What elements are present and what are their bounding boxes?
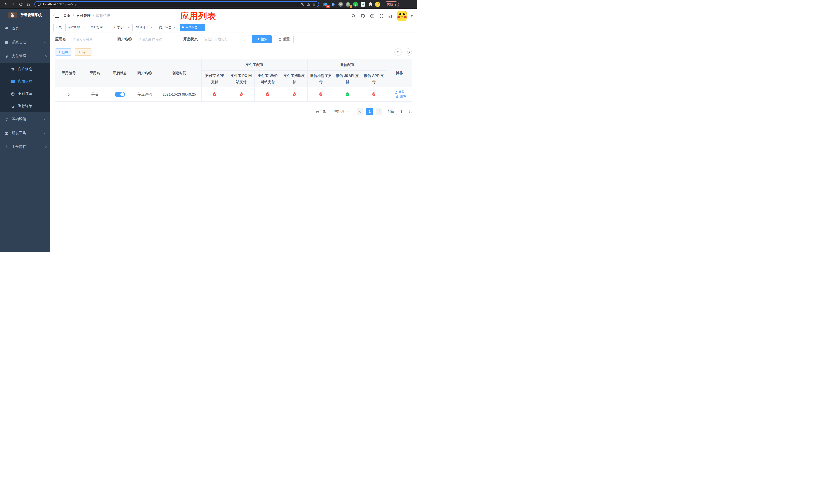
bookmark-star-icon[interactable] xyxy=(312,2,316,6)
browser-menu-icon[interactable] xyxy=(395,3,396,6)
sidebar-item-infrastructure[interactable]: 基础设施 xyxy=(0,112,50,126)
enabled-switch[interactable] xyxy=(115,92,125,97)
sidebar-item-system[interactable]: 系统管理 xyxy=(0,36,50,49)
close-icon[interactable]: × xyxy=(173,26,176,29)
tag-process-form[interactable]: 流程表单× xyxy=(65,24,87,31)
download-icon xyxy=(78,50,81,53)
extension-proxy-icon[interactable]: 1 xyxy=(346,2,351,7)
close-icon[interactable]: × xyxy=(104,26,107,29)
sidebar-item-merchant-info[interactable]: 商户信息 xyxy=(0,63,50,75)
breadcrumb-home[interactable]: 首页 xyxy=(63,14,70,18)
search-button-label: 搜索 xyxy=(261,37,267,42)
sidebar-item-label: 工作流程 xyxy=(12,144,44,149)
browser-reload-button[interactable] xyxy=(18,1,24,8)
sidebar-item-payment[interactable]: ¥ 支付管理 xyxy=(0,49,50,63)
sidebar-item-home[interactable]: 首页 xyxy=(0,22,50,36)
logo-image xyxy=(8,12,17,19)
add-button[interactable]: + 新增 xyxy=(55,48,71,55)
github-icon[interactable] xyxy=(360,13,366,19)
page-size-select[interactable]: 10条/页 xyxy=(329,108,354,115)
toggle-search-button[interactable] xyxy=(394,48,402,55)
url-text[interactable]: localhost:1024/pay/app xyxy=(43,3,299,6)
app-table: 应用编号 应用名 开启状态 商户名称 创建时间 支付宝配置 微信配置 操作 支付… xyxy=(55,59,412,101)
document-icon xyxy=(11,104,15,108)
edit-pen-icon xyxy=(394,91,397,94)
tag-user-group[interactable]: 用户分组× xyxy=(88,24,110,31)
browser-update-button[interactable]: 更新 xyxy=(384,1,399,7)
sidebar-item-app-info[interactable]: 应用信息 xyxy=(0,75,50,88)
tag-app-info-active[interactable]: 应用信息× xyxy=(179,24,205,31)
export-button[interactable]: 导出 xyxy=(74,48,92,55)
delete-link[interactable]: 删除 xyxy=(396,94,406,99)
help-icon[interactable] xyxy=(369,13,375,19)
merchant-name-input[interactable] xyxy=(135,35,179,43)
cell-app-name: 芋道 xyxy=(82,87,107,101)
extension-plane-icon[interactable] xyxy=(360,2,366,7)
tag-label: 支付订单 xyxy=(113,25,126,29)
tag-pay-order[interactable]: 支付订单× xyxy=(111,24,133,31)
app-name-input[interactable] xyxy=(69,35,113,43)
browser-back-button[interactable] xyxy=(2,1,9,8)
profile-avatar-icon[interactable] xyxy=(375,2,380,7)
share-icon[interactable] xyxy=(306,2,310,6)
user-avatar[interactable] xyxy=(397,11,407,21)
extension-diamond-icon[interactable]: 10 xyxy=(323,2,328,7)
group-header-wechat: 微信配置 xyxy=(308,59,387,71)
next-page-button[interactable] xyxy=(376,108,382,115)
close-icon[interactable]: × xyxy=(127,26,130,29)
toolbox-icon xyxy=(5,131,9,135)
sidebar-item-dev-tools[interactable]: 研发工具 xyxy=(0,126,50,140)
tag-merchant-info[interactable]: 商户信息× xyxy=(157,24,178,31)
update-label: 更新 xyxy=(387,2,393,6)
status-select[interactable]: 请选择开启状态 xyxy=(201,35,249,43)
delete-link-label: 删除 xyxy=(399,94,406,99)
sidebar-item-pay-order[interactable]: 支付订单 xyxy=(0,88,50,100)
shop-icon xyxy=(11,67,15,71)
close-icon[interactable]: × xyxy=(82,26,85,29)
status-label: 开启状态 xyxy=(183,37,198,42)
reset-button[interactable]: 重置 xyxy=(274,35,294,43)
font-size-icon[interactable]: TT xyxy=(388,13,393,19)
password-key-icon[interactable] xyxy=(301,2,304,6)
sidebar-item-refund-order[interactable]: 退款订单 xyxy=(0,100,50,112)
extension-green-icon[interactable]: y xyxy=(353,2,358,7)
sidebar-collapse-icon[interactable] xyxy=(53,14,59,18)
edit-link[interactable]: 修改 xyxy=(394,90,405,94)
browser-home-button[interactable] xyxy=(25,1,32,8)
url-host: localhost xyxy=(43,3,56,6)
url-path: :1024/pay/app xyxy=(56,3,77,6)
tag-label: 应用信息 xyxy=(185,25,198,29)
top-navbar: 首页 / 支付管理 / 应用信息 应用列表 TT xyxy=(50,9,417,23)
tag-home[interactable]: 首页 xyxy=(53,24,64,31)
browser-forward-button[interactable] xyxy=(10,1,16,8)
prev-page-button[interactable] xyxy=(357,108,363,115)
fullscreen-icon[interactable] xyxy=(378,13,384,19)
col-header-alipay-app: 支付宝 APP 支付 xyxy=(202,71,228,87)
extension-pin-icon[interactable] xyxy=(331,2,336,7)
status-wx-mini-icon: ✕ xyxy=(319,92,322,96)
yen-icon: ¥ xyxy=(5,54,9,58)
avatar-caret-icon[interactable] xyxy=(410,15,413,17)
goto-page-input[interactable] xyxy=(396,108,407,115)
extension-command-icon[interactable]: ⌘ xyxy=(338,2,343,7)
site-info-icon[interactable] xyxy=(38,3,41,6)
merchant-name-label: 商户名称 xyxy=(117,37,132,42)
chevron-up-icon xyxy=(44,55,47,59)
refresh-table-button[interactable] xyxy=(405,48,412,55)
breadcrumb-payment[interactable]: 支付管理 xyxy=(76,14,90,18)
extensions-puzzle-icon[interactable] xyxy=(368,2,373,7)
toolbox-icon xyxy=(5,145,9,149)
page-number-1[interactable]: 1 xyxy=(366,108,373,115)
page-title-annotation: 应用列表 xyxy=(180,10,216,22)
close-icon[interactable]: × xyxy=(150,26,153,29)
close-icon[interactable]: × xyxy=(199,26,202,29)
search-button[interactable]: 搜索 xyxy=(252,35,271,43)
dashboard-icon xyxy=(5,26,9,30)
search-icon xyxy=(396,50,400,54)
sidebar-item-workflow[interactable]: 工作流程 xyxy=(0,140,50,154)
tag-refund-order[interactable]: 退款订单× xyxy=(134,24,155,31)
search-icon[interactable] xyxy=(351,13,356,19)
cell-app-id: 6 xyxy=(56,87,82,101)
address-bar[interactable]: localhost:1024/pay/app xyxy=(35,1,319,7)
status-wx-app-icon: ✕ xyxy=(372,92,375,96)
